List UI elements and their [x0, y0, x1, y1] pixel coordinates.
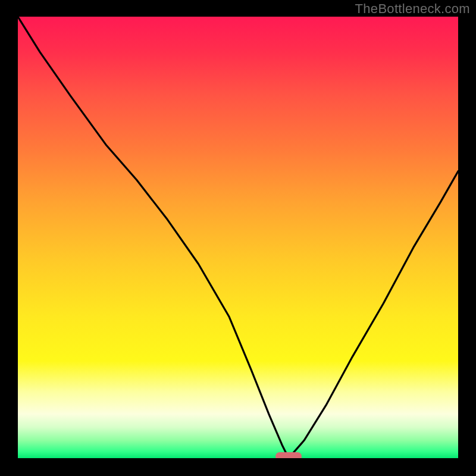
optimum-marker — [275, 452, 302, 458]
chart-frame: TheBottleneck.com — [0, 0, 476, 476]
watermark-text: TheBottleneck.com — [355, 1, 470, 17]
bottleneck-curve-svg — [18, 17, 458, 458]
plot-area — [18, 17, 458, 458]
bottleneck-curve-line — [18, 17, 458, 458]
